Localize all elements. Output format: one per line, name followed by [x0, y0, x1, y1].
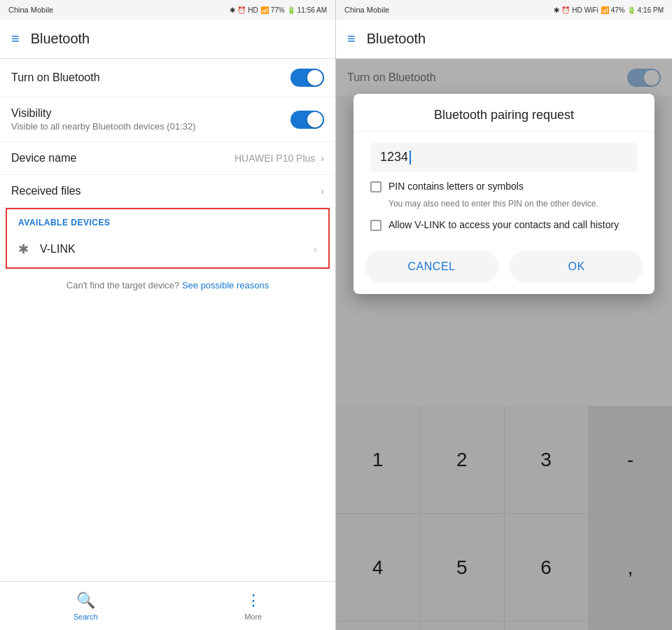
search-icon: 🔍 [76, 592, 95, 610]
chevron-right-device: › [314, 244, 317, 255]
phone-right: China Mobile ✱ ⏰ HD WiFi 📶 47% 🔋 4:16 PM… [336, 0, 672, 630]
page-title-right: Bluetooth [367, 31, 426, 47]
battery-text: 77% [271, 6, 285, 14]
device-name-item[interactable]: Device name HUAWEI P10 Plus › [0, 142, 335, 175]
bluetooth-device-icon: ✱ [18, 241, 29, 257]
nav-more[interactable]: ⋮ More [227, 586, 279, 626]
cancel-button[interactable]: CANCEL [365, 251, 498, 283]
status-bar-left: China Mobile ✱ ⏰ HD 📶 77% 🔋 11:56 AM [0, 0, 335, 20]
dialog-body: 1234 PIN contains letters or symbols You… [354, 132, 654, 242]
access-checkbox-label: Allow V-LINK to access your contacts and… [388, 218, 619, 231]
search-label: Search [74, 612, 98, 621]
visibility-label: Visibility [11, 107, 196, 120]
app-bar-right: ≡ Bluetooth [336, 20, 672, 59]
dialog-title: Bluetooth pairing request [354, 94, 654, 132]
pin-checkbox[interactable] [370, 181, 382, 192]
dialog-buttons: CANCEL OK [354, 242, 654, 288]
help-static-text: Can't find the target device? [66, 280, 179, 290]
available-devices-section: AVAILABLE DEVICES ✱ V-LINK › [6, 208, 330, 269]
visibility-sublabel: Visible to all nearby Bluetooth devices … [11, 121, 196, 132]
time-right: 4:16 PM [638, 6, 664, 14]
help-link[interactable]: See possible reasons [182, 280, 269, 290]
received-files-item[interactable]: Received files › [0, 175, 335, 208]
device-vlink-item[interactable]: ✱ V-LINK › [7, 232, 328, 267]
visibility-item[interactable]: Visibility Visible to all nearby Bluetoo… [0, 97, 335, 142]
pairing-dialog: Bluetooth pairing request 1234 PIN conta… [354, 94, 654, 294]
hd-badge: HD [248, 6, 258, 14]
modal-overlay: Bluetooth pairing request 1234 PIN conta… [336, 59, 672, 630]
battery-text-r: 47% [611, 6, 625, 14]
battery-icon: 🔋 [287, 6, 295, 14]
help-text: Can't find the target device? See possib… [0, 269, 335, 302]
available-devices-header: AVAILABLE DEVICES [7, 209, 328, 232]
status-icons-right: ✱ ⏰ HD WiFi 📶 47% 🔋 4:16 PM [554, 6, 664, 14]
device-name-vlink: V-LINK [40, 243, 302, 255]
chevron-right-icon-2: › [321, 186, 324, 197]
device-name-value: HUAWEI P10 Plus [234, 153, 315, 164]
bt-icon-status-r: ✱ [554, 6, 559, 14]
carrier-left: China Mobile [8, 6, 53, 14]
more-label: More [244, 612, 262, 621]
clock-icon-r: ⏰ [561, 6, 570, 14]
wifi-icon-r: WiFi [584, 6, 598, 14]
chevron-right-icon: › [321, 153, 324, 164]
access-checkbox[interactable] [370, 220, 382, 231]
nav-search[interactable]: 🔍 Search [57, 586, 115, 626]
bt-icon-status: ✱ [230, 6, 235, 14]
app-bar-left: ≡ Bluetooth [0, 20, 335, 59]
signal-icon-r: 📶 [601, 6, 609, 14]
status-bar-right: China Mobile ✱ ⏰ HD WiFi 📶 47% 🔋 4:16 PM [336, 0, 672, 20]
page-title-left: Bluetooth [31, 31, 90, 47]
carrier-right: China Mobile [344, 6, 389, 14]
phone-left: China Mobile ✱ ⏰ HD 📶 77% 🔋 11:56 AM ≡ B… [0, 0, 336, 630]
pin-input-area[interactable]: 1234 [370, 143, 638, 172]
bluetooth-toggle[interactable] [290, 69, 324, 87]
pin-checkbox-row[interactable]: PIN contains letters or symbols [370, 180, 638, 192]
pin-checkbox-label: PIN contains letters or symbols [388, 180, 524, 192]
menu-icon-left[interactable]: ≡ [11, 31, 20, 47]
status-icons-left: ✱ ⏰ HD 📶 77% 🔋 11:56 AM [230, 6, 327, 14]
clock-icon: ⏰ [237, 6, 246, 14]
access-checkbox-row[interactable]: Allow V-LINK to access your contacts and… [370, 218, 638, 231]
signal-icon: 📶 [260, 6, 269, 14]
settings-list-left: Turn on Bluetooth Visibility Visible to … [0, 59, 335, 581]
pin-value: 1234 [380, 150, 408, 164]
bottom-nav-left: 🔍 Search ⋮ More [0, 581, 335, 630]
received-files-label: Received files [11, 185, 81, 197]
ok-button[interactable]: OK [510, 251, 643, 283]
turn-on-label: Turn on Bluetooth [11, 71, 100, 84]
device-name-label: Device name [11, 152, 76, 164]
more-icon: ⋮ [246, 592, 261, 610]
hd-badge-r: HD [572, 6, 582, 14]
pin-hint-text: You may also need to enter this PIN on t… [388, 198, 638, 210]
pin-cursor [410, 150, 411, 164]
menu-icon-right[interactable]: ≡ [347, 31, 356, 47]
visibility-toggle[interactable] [290, 111, 324, 129]
time-left: 11:56 AM [298, 6, 327, 14]
turn-on-bluetooth-item[interactable]: Turn on Bluetooth [0, 59, 335, 97]
battery-icon-r: 🔋 [627, 6, 636, 14]
